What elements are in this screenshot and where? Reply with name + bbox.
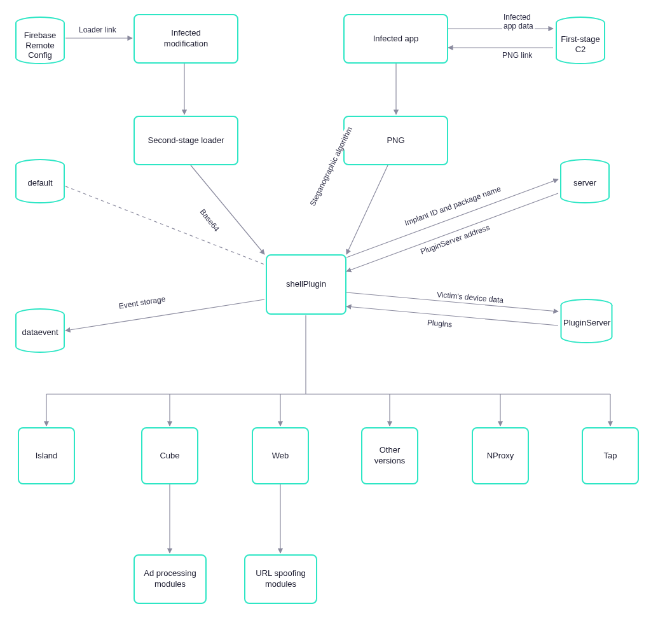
label-implantid: Implant ID and package name: [402, 184, 504, 228]
node-second-stage: Second-stage loader: [134, 116, 238, 165]
svg-line-11: [65, 299, 264, 331]
node-shellplugin: shellPlugin: [266, 254, 346, 315]
label-infected-appdata: Infectedapp data: [502, 13, 535, 31]
node-infected-mod: Infectedmodification: [134, 14, 238, 64]
label-pnglink: PNG link: [501, 51, 533, 60]
node-nproxy: NProxy: [472, 427, 529, 484]
node-tap: Tap: [582, 427, 639, 484]
node-url-spoofing: URL spoofingmodules: [244, 554, 317, 604]
node-server-label: server: [559, 178, 610, 188]
node-infected-app: Infected app: [343, 14, 448, 64]
node-cube-label: Cube: [160, 451, 179, 462]
node-web-label: Web: [272, 451, 289, 462]
node-tap-label: Tap: [604, 451, 617, 462]
node-dataevent: dataevent: [15, 308, 65, 353]
node-default-label: default: [15, 178, 65, 188]
label-victimdevice: Victim's device data: [435, 290, 505, 305]
node-second-stage-label: Second-stage loader: [148, 135, 224, 146]
node-pluginserver: PluginServer: [559, 299, 613, 343]
label-eventstorage: Event storage: [117, 294, 167, 311]
node-dataevent-label: dataevent: [15, 327, 65, 338]
node-island: Island: [18, 427, 75, 484]
label-base64: Base64: [197, 207, 222, 235]
node-ad-processing-label: Ad processingmodules: [144, 568, 196, 590]
node-firststage-c2: First-stageC2: [555, 17, 606, 64]
node-ad-processing: Ad processingmodules: [134, 554, 207, 604]
node-firststage-c2-label: First-stageC2: [555, 34, 606, 54]
node-web: Web: [252, 427, 309, 484]
node-firebase-label: FirebaseRemoteConfig: [15, 31, 65, 60]
node-other-versions: Otherversions: [361, 427, 418, 484]
node-default: default: [15, 159, 65, 203]
label-plugins: Plugins: [425, 318, 453, 329]
label-pluginsrvaddr: PluginServer address: [418, 223, 492, 257]
node-pluginserver-label: PluginServer: [559, 318, 613, 328]
node-png-label: PNG: [387, 135, 404, 146]
label-loaderlink: Loader link: [78, 25, 118, 34]
node-infected-app-label: Infected app: [373, 34, 419, 45]
node-server: server: [559, 159, 610, 203]
node-cube: Cube: [141, 427, 198, 484]
edges-layer: [0, 0, 651, 644]
svg-line-5: [346, 165, 388, 254]
label-stego: Steganographic algorithm: [308, 124, 355, 209]
svg-line-6: [65, 186, 264, 264]
node-infected-mod-label: Infectedmodification: [164, 28, 208, 50]
svg-line-7: [346, 179, 558, 257]
node-url-spoofing-label: URL spoofingmodules: [256, 568, 305, 590]
node-nproxy-label: NProxy: [487, 451, 514, 462]
node-island-label: Island: [36, 451, 58, 462]
node-shellplugin-label: shellPlugin: [286, 279, 326, 290]
node-png: PNG: [343, 116, 448, 165]
node-other-versions-label: Otherversions: [374, 445, 405, 467]
node-firebase: FirebaseRemoteConfig: [15, 17, 65, 64]
